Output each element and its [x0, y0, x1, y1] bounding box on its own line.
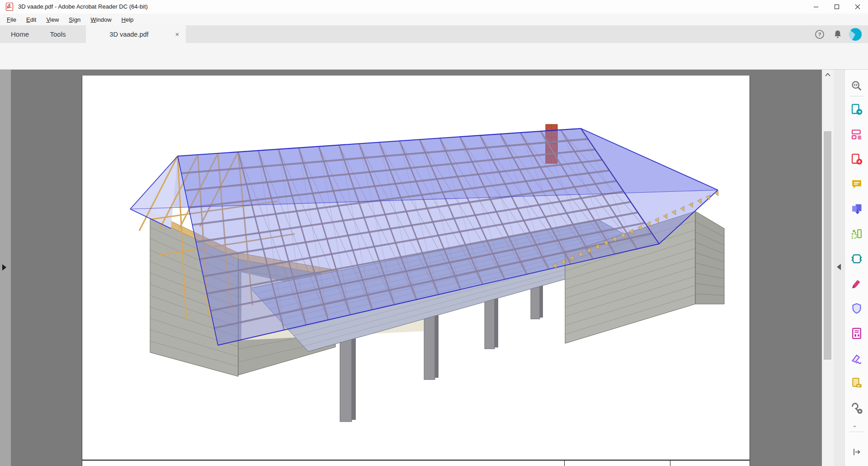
- organize-pages-icon: [850, 228, 863, 240]
- tab-home[interactable]: Home: [3, 25, 37, 43]
- notifications-button[interactable]: [831, 28, 844, 41]
- scrollbar-thumb[interactable]: [824, 131, 831, 360]
- menu-file[interactable]: File: [2, 16, 21, 23]
- expand-nav-pane-arrow-icon[interactable]: [2, 264, 6, 271]
- menu-view[interactable]: View: [41, 16, 64, 23]
- expand-tools-pane-arrow-icon[interactable]: [837, 264, 841, 270]
- sidebar-organize-pages[interactable]: [850, 227, 863, 241]
- scroll-up-icon[interactable]: [825, 72, 831, 77]
- document-tab-label: 3D vaade.pdf: [86, 31, 172, 38]
- expand-pane-icon: [851, 447, 862, 457]
- tabbar: Home Tools 3D vaade.pdf × ?: [0, 25, 868, 43]
- create-pdf-icon: [850, 153, 863, 166]
- tools-pane-strip[interactable]: [834, 70, 844, 466]
- vertical-scrollbar[interactable]: [822, 70, 834, 466]
- titleblock-divider: [670, 461, 670, 466]
- tools-sidebar: ⌄: [844, 70, 868, 466]
- sidebar-search-document[interactable]: [850, 79, 863, 93]
- menu-help[interactable]: Help: [117, 16, 139, 23]
- model-3d-truss-drawing: [82, 76, 750, 466]
- sidebar-protect-pdf[interactable]: [850, 302, 863, 315]
- sidebar-fill-and-sign[interactable]: [850, 277, 863, 290]
- sidebar-comment[interactable]: [850, 177, 863, 191]
- sidebar-compress-pdf[interactable]: [850, 252, 863, 266]
- redact-document-icon: [850, 327, 863, 340]
- shield-icon: [850, 302, 863, 315]
- close-icon: [855, 4, 860, 10]
- comment-icon: [850, 178, 863, 190]
- open-tools-pane-button[interactable]: [850, 445, 863, 459]
- window-controls: [806, 0, 868, 14]
- menu-window[interactable]: Window: [85, 16, 116, 23]
- minimize-icon: [813, 4, 819, 10]
- titlebar: 3D vaade.pdf - Adobe Acrobat Reader DC (…: [0, 0, 868, 14]
- sidebar-request-signatures[interactable]: [850, 376, 863, 390]
- tabbar-right-icons: ?: [813, 25, 868, 43]
- sidebar-redact[interactable]: [850, 327, 863, 340]
- tab-document[interactable]: 3D vaade.pdf ×: [86, 25, 186, 43]
- document-area: ⌄: [0, 70, 868, 466]
- export-pdf-icon: [850, 103, 863, 116]
- acrobat-reader-window: 3D vaade.pdf - Adobe Acrobat Reader DC (…: [0, 0, 868, 466]
- menubar: File Edit View Sign Window Help: [0, 14, 868, 25]
- menu-sign[interactable]: Sign: [64, 16, 85, 23]
- close-document-icon[interactable]: ×: [172, 29, 182, 39]
- adobe-pdf-app-icon: [5, 3, 14, 11]
- navigation-pane-strip[interactable]: [0, 70, 11, 466]
- pdf-page: [82, 76, 750, 466]
- request-signatures-icon: [850, 377, 863, 390]
- maximize-button[interactable]: [826, 0, 847, 14]
- sidebar-divider: [849, 432, 864, 432]
- titleblock-divider: [564, 461, 565, 466]
- fill-sign-marker-icon: [850, 277, 863, 290]
- help-button[interactable]: ?: [813, 28, 826, 41]
- edit-pdf-icon: [850, 128, 863, 141]
- compress-pdf-icon: [850, 252, 863, 265]
- menu-edit[interactable]: Edit: [21, 16, 41, 23]
- combine-files-icon: [850, 203, 863, 215]
- notifications-bell-icon: [832, 29, 843, 40]
- tab-tools[interactable]: Tools: [41, 25, 75, 43]
- search-expand-icon: [850, 80, 863, 92]
- sidebar-edit-pdf[interactable]: [850, 128, 863, 141]
- sidebar-create-pdf[interactable]: [850, 152, 863, 166]
- svg-text:?: ?: [818, 32, 821, 37]
- sidebar-export-pdf[interactable]: [850, 103, 863, 116]
- help-icon: ?: [814, 29, 825, 40]
- sidebar-certificates[interactable]: [850, 352, 863, 365]
- close-button[interactable]: [847, 0, 868, 14]
- wrench-add-icon: [850, 402, 863, 414]
- certificates-pen-icon: [850, 352, 863, 365]
- sidebar-more-tools[interactable]: [850, 401, 863, 415]
- account-avatar[interactable]: [849, 28, 862, 41]
- sidebar-combine-files[interactable]: [850, 202, 863, 216]
- sidebar-divider: [849, 96, 864, 96]
- maximize-icon: [834, 4, 840, 10]
- minimize-button[interactable]: [806, 0, 826, 14]
- window-title: 3D vaade.pdf - Adobe Acrobat Reader DC (…: [18, 3, 148, 10]
- sidebar-scroll-down-chevron-icon[interactable]: ⌄: [852, 422, 857, 428]
- titleblock-line: [82, 460, 750, 461]
- toolbar: / 1 69,2% ▼: [0, 43, 868, 70]
